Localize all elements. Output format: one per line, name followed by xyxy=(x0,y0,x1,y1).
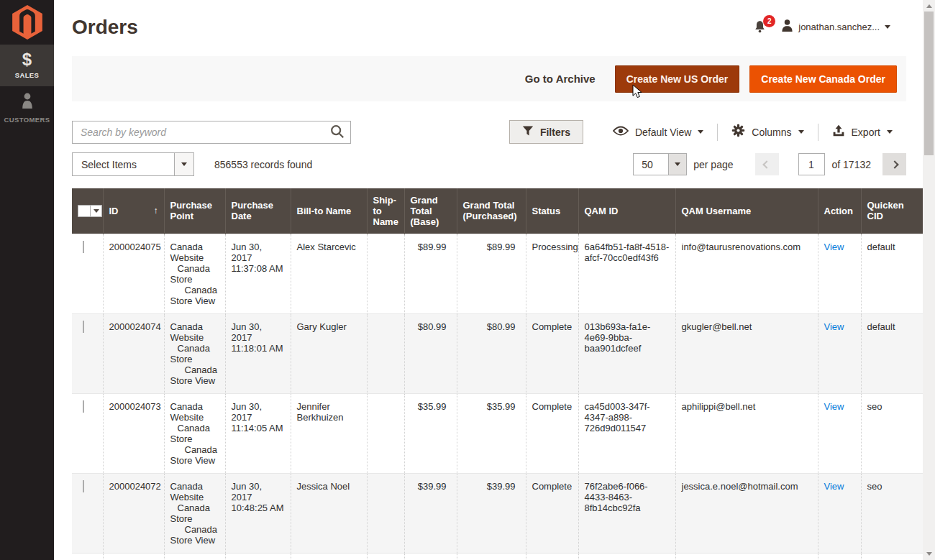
search-button[interactable] xyxy=(328,124,347,141)
chevron-down-icon xyxy=(90,206,101,216)
purchase-date-cell: Jun 30, 201710:48:25 AM xyxy=(225,473,291,553)
pagination: 50 per page of 17132 xyxy=(633,153,906,175)
page-title: Orders xyxy=(72,16,138,39)
column-header-grand-total-purchased[interactable]: Grand Total (Purchased) xyxy=(457,188,526,234)
mass-action-value: Select Items xyxy=(73,153,174,175)
ship-to-name-cell xyxy=(367,473,404,553)
select-all-checkbox[interactable] xyxy=(78,206,90,216)
gear-icon xyxy=(731,124,745,140)
grid-toolbar: Filters Default View xyxy=(72,120,906,144)
export-button[interactable]: Export xyxy=(818,124,906,140)
total-pages-text: of 17132 xyxy=(832,159,872,170)
notifications-button[interactable]: 2 xyxy=(752,19,768,35)
qam-id-cell: 76f2abe6-f066-4433-8463-8fb14cbc92fa xyxy=(578,473,675,553)
grand-total-purchased-cell: $80.99 xyxy=(457,553,526,560)
column-header-status[interactable]: Status xyxy=(526,188,578,234)
qam-username-cell: gkugler@bell.net xyxy=(675,313,818,393)
qam-id-cell: ca45d003-347f-4347-a898-726d9d011547 xyxy=(578,393,675,473)
search-input[interactable] xyxy=(72,121,351,144)
orders-grid: ID ↑ Purchase Point Purchase Date Bill-t… xyxy=(72,188,923,560)
qam-username-cell: aphilippi@bell.net xyxy=(675,393,818,473)
qam-id-cell: 013b693a-fa1e-4e69-9bba-baa901dcfeef xyxy=(578,313,675,393)
sort-ascending-icon: ↑ xyxy=(154,206,158,216)
create-new-us-order-button[interactable]: Create New US Order xyxy=(615,65,740,93)
person-icon xyxy=(20,93,35,113)
grid-controls: Select Items 856553 records found 50 per… xyxy=(72,152,906,176)
chevron-down-icon xyxy=(885,25,890,29)
chevron-left-icon xyxy=(762,160,770,168)
column-header-grand-total-base[interactable]: Grand Total (Base) xyxy=(404,188,457,234)
eye-icon xyxy=(613,125,629,139)
column-header-quicken-cid[interactable]: Quicken CID xyxy=(861,188,923,234)
view-order-link[interactable]: View xyxy=(824,321,844,332)
filters-label: Filters xyxy=(540,127,570,138)
row-checkbox[interactable] xyxy=(83,400,84,413)
column-header-qam-username[interactable]: QAM Username xyxy=(675,188,818,234)
column-header-action[interactable]: Action xyxy=(818,188,861,234)
admin-sidebar: $ SALES CUSTOMERS xyxy=(0,0,54,560)
purchase-point-cell: Canada WebsiteCanada StoreCanada Store V… xyxy=(164,313,225,393)
go-to-archive-button[interactable]: Go to Archive xyxy=(525,73,596,85)
column-header-purchase-point[interactable]: Purchase Point xyxy=(164,188,225,234)
ship-to-name-cell xyxy=(367,553,404,560)
create-new-canada-order-button[interactable]: Create New Canada Order xyxy=(749,65,897,93)
qam-username-cell: jessica.e.noel@hotmail.com xyxy=(675,473,818,553)
grand-total-base-cell: $80.99 xyxy=(404,313,457,393)
user-name: jonathan.sanchez... xyxy=(798,22,880,32)
mass-action-select[interactable]: Select Items xyxy=(72,152,194,176)
records-found-text: 856553 records found xyxy=(214,159,312,170)
sidebar-item-sales[interactable]: $ SALES xyxy=(0,45,54,86)
sidebar-item-customers[interactable]: CUSTOMERS xyxy=(0,86,54,131)
scrollbar-thumb[interactable] xyxy=(924,12,934,155)
vertical-scrollbar[interactable] xyxy=(923,0,935,560)
scroll-down-arrow-icon[interactable] xyxy=(926,552,932,556)
ship-to-name-cell xyxy=(367,313,404,393)
order-row: 2000024073 Canada WebsiteCanada StoreCan… xyxy=(72,393,923,473)
status-cell: Processing xyxy=(526,234,578,313)
column-header-id[interactable]: ID ↑ xyxy=(103,188,164,234)
export-icon xyxy=(832,124,845,140)
ship-to-name-cell xyxy=(367,234,404,313)
chevron-down-icon xyxy=(698,130,703,134)
current-page-input[interactable] xyxy=(798,153,825,175)
select-all-header xyxy=(72,188,103,234)
row-checkbox[interactable] xyxy=(83,241,84,253)
select-all-dropdown[interactable] xyxy=(78,205,102,217)
view-selector[interactable]: Default View xyxy=(599,125,717,139)
view-order-link[interactable]: View xyxy=(824,401,844,412)
purchase-point-cell: Canada WebsiteCanada StoreCanada Store V… xyxy=(164,473,225,553)
grand-total-purchased-cell: $80.99 xyxy=(457,313,526,393)
order-row: 2000024075 Canada WebsiteCanada StoreCan… xyxy=(72,234,923,313)
row-checkbox[interactable] xyxy=(83,480,84,492)
column-header-qam-id[interactable]: QAM ID xyxy=(578,188,675,234)
grand-total-base-cell: $35.99 xyxy=(404,393,457,473)
column-header-ship-to-name[interactable]: Ship-to Name xyxy=(367,188,404,234)
account-menu[interactable]: jonathan.sanchez... xyxy=(781,19,890,35)
grid-header-row: ID ↑ Purchase Point Purchase Date Bill-t… xyxy=(72,188,923,234)
previous-page-button[interactable] xyxy=(755,153,779,175)
sidebar-item-label: SALES xyxy=(15,71,40,79)
column-header-purchase-date[interactable]: Purchase Date xyxy=(225,188,291,234)
per-page-select[interactable]: 50 xyxy=(633,153,687,175)
magento-logo-icon[interactable] xyxy=(0,0,54,45)
row-checkbox[interactable] xyxy=(83,321,84,333)
main-content: Orders 2 jonathan.sanchez... Go to xyxy=(54,0,935,560)
qam-username-cell: info@taurusrenovations.com xyxy=(675,234,818,313)
grand-total-base-cell: $80.99 xyxy=(404,553,457,560)
page-actions-bar: Go to Archive Create New US Order Create… xyxy=(72,56,906,101)
status-cell: Complete xyxy=(526,313,578,393)
next-page-button[interactable] xyxy=(882,153,906,175)
columns-selector[interactable]: Columns xyxy=(718,124,817,140)
purchase-date-cell: Jun 30, 201711:37:08 AM xyxy=(225,234,291,313)
columns-label: Columns xyxy=(752,127,791,138)
magnifier-icon xyxy=(329,131,345,142)
grand-total-base-cell: $89.99 xyxy=(404,234,457,313)
scroll-up-arrow-icon[interactable] xyxy=(926,4,932,8)
column-header-bill-to-name[interactable]: Bill-to Name xyxy=(291,188,367,234)
funnel-icon xyxy=(522,125,534,139)
view-order-link[interactable]: View xyxy=(824,481,844,492)
filters-button[interactable]: Filters xyxy=(509,120,583,144)
bill-to-name-cell: Gary Kugler xyxy=(291,313,367,393)
order-id-cell: 2000024071 xyxy=(103,553,164,560)
view-order-link[interactable]: View xyxy=(824,242,844,252)
